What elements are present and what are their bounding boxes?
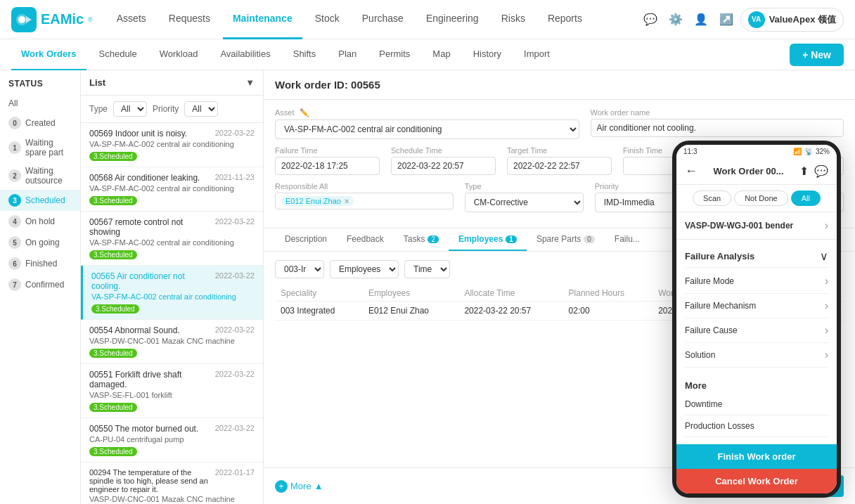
nav-stock[interactable]: Stock bbox=[305, 0, 349, 39]
filter-priority-select[interactable]: All bbox=[184, 101, 218, 117]
nav-purchase[interactable]: Purchase bbox=[352, 0, 413, 39]
list-item[interactable]: 00550 The motor burned out. 2022-03-22 C… bbox=[81, 418, 263, 463]
status-finished[interactable]: 6 Finished bbox=[0, 253, 80, 274]
nav-assets[interactable]: Assets bbox=[107, 0, 156, 39]
status-waiting-spare[interactable]: 1 Waiting spare part bbox=[0, 134, 80, 162]
mobile-tab-not-done[interactable]: Not Done bbox=[734, 190, 788, 206]
emp-time-select[interactable]: Time bbox=[404, 260, 450, 278]
mobile-back-button[interactable]: ← bbox=[685, 164, 698, 179]
mobile-solution-label: Solution bbox=[685, 350, 715, 360]
chat-icon[interactable]: 💬 bbox=[639, 8, 662, 31]
list-panel: List ▼ Type All Priority All 00569 Indoo… bbox=[81, 70, 264, 504]
wo-item-asset: VASP-SE-FL-001 forklift bbox=[89, 391, 255, 399]
tab-shifts[interactable]: Shifts bbox=[283, 39, 326, 70]
schedule-time-input[interactable] bbox=[391, 157, 496, 175]
asset-label: Asset ✏️ bbox=[275, 108, 579, 117]
responsible-input[interactable]: E012 Enui Zhao ✕ bbox=[275, 193, 454, 209]
status-all[interactable]: All bbox=[0, 94, 80, 112]
wo-item-badge: 3.Scheduled bbox=[91, 304, 139, 314]
mobile-section-collapse-icon[interactable]: ∨ bbox=[820, 250, 828, 263]
mobile-finish-button[interactable]: Finish Work order bbox=[676, 444, 837, 469]
mobile-production-losses-item[interactable]: Production Losses bbox=[685, 415, 828, 437]
tab-spare-parts[interactable]: Spare Parts0 bbox=[527, 228, 605, 251]
tab-workload[interactable]: Workload bbox=[150, 39, 208, 70]
list-item[interactable]: 00569 Indoor unit is noisy. 2022-03-22 V… bbox=[81, 123, 263, 167]
user-icon[interactable]: 👤 bbox=[690, 8, 712, 31]
more-button[interactable]: + More ▲ bbox=[275, 480, 323, 493]
valueapex-text: ValueApex 领值 bbox=[769, 13, 836, 26]
mobile-asset-row[interactable]: VASP-DW-WGJ-001 bender › bbox=[676, 212, 837, 240]
list-item[interactable]: 00567 remote control not showing 2022-03… bbox=[81, 212, 263, 266]
target-time-input[interactable] bbox=[507, 157, 612, 175]
status-created[interactable]: 0 Created bbox=[0, 112, 80, 134]
asset-select[interactable]: VA-SP-FM-AC-002 central air conditioning bbox=[275, 119, 579, 139]
nav-engineering[interactable]: Engineering bbox=[416, 0, 489, 39]
nav-reports[interactable]: Reports bbox=[538, 0, 592, 39]
filter-type-select[interactable]: All bbox=[113, 101, 147, 117]
emp-employee-select[interactable]: Employees bbox=[330, 260, 399, 278]
list-item[interactable]: 00554 Abnormal Sound. 2022-03-22 VASP-DW… bbox=[81, 320, 263, 364]
wo-item-asset: VA-SP-FM-AC-002 central air conditioning bbox=[89, 238, 255, 247]
tab-description[interactable]: Description bbox=[275, 228, 337, 251]
list-item[interactable]: 00568 Air conditioner leaking. 2021-11-2… bbox=[81, 167, 263, 212]
nav-risks[interactable]: Risks bbox=[491, 0, 535, 39]
valueapex-logo[interactable]: VA ValueApex 领值 bbox=[740, 8, 844, 32]
status-panel-header: Status bbox=[0, 79, 80, 94]
wo-item-badge: 3.Scheduled bbox=[89, 447, 137, 456]
tab-schedule[interactable]: Schedule bbox=[89, 39, 147, 70]
settings-icon[interactable]: ⚙️ bbox=[664, 8, 687, 31]
mobile-share-icon[interactable]: ⬆ bbox=[799, 164, 809, 178]
nav-maintenance[interactable]: Maintenance bbox=[223, 0, 302, 39]
status-on-hold-label: On hold bbox=[25, 217, 55, 226]
logo-icon bbox=[11, 7, 37, 32]
responsible-remove-icon[interactable]: ✕ bbox=[344, 198, 349, 205]
status-on-going[interactable]: 5 On going bbox=[0, 232, 80, 253]
tab-history[interactable]: History bbox=[463, 39, 511, 70]
mobile-failure-mechanism-label: Failure Mechanism bbox=[685, 301, 756, 311]
tab-employees[interactable]: Employees1 bbox=[449, 228, 527, 251]
list-item[interactable]: 00551 Forklift drive shaft damaged. 2022… bbox=[81, 364, 263, 418]
type-select[interactable]: CM-Corrective bbox=[465, 193, 584, 212]
tab-map[interactable]: Map bbox=[423, 39, 460, 70]
schedule-time-label: Schedule Time bbox=[391, 146, 496, 155]
asset-edit-icon[interactable]: ✏️ bbox=[300, 108, 309, 117]
nav-requests[interactable]: Requests bbox=[159, 0, 220, 39]
tab-feedback[interactable]: Feedback bbox=[337, 228, 394, 251]
mobile-downtime-item[interactable]: Downtime bbox=[685, 394, 828, 415]
work-order-name-input[interactable] bbox=[591, 119, 844, 137]
mobile-failure-mechanism[interactable]: Failure Mechanism › bbox=[685, 294, 828, 318]
mobile-tab-all[interactable]: All bbox=[791, 190, 821, 206]
mobile-solution[interactable]: Solution › bbox=[685, 343, 828, 368]
mobile-failure-cause[interactable]: Failure Cause › bbox=[685, 318, 828, 343]
new-button[interactable]: + New bbox=[790, 44, 844, 66]
tab-failure[interactable]: Failu... bbox=[605, 228, 650, 251]
logo[interactable]: EAMic® bbox=[11, 7, 93, 32]
status-scheduled[interactable]: 3 Scheduled bbox=[0, 190, 80, 211]
tab-import[interactable]: Import bbox=[514, 39, 560, 70]
tab-tasks[interactable]: Tasks2 bbox=[394, 228, 449, 251]
mobile-failure-mode[interactable]: Failure Mode › bbox=[685, 269, 828, 294]
wo-item-date: 2022-03-22 bbox=[215, 424, 255, 432]
switch-icon[interactable]: ↗️ bbox=[715, 8, 738, 31]
row-allocate-time: 2022-03-22 20:57 bbox=[458, 302, 562, 321]
tab-work-orders[interactable]: Work Orders bbox=[11, 39, 86, 70]
mobile-production-losses-label: Production Losses bbox=[685, 421, 754, 431]
wo-item-name: 00551 Forklift drive shaft damaged. bbox=[89, 370, 212, 389]
tab-availabilities[interactable]: Availabilities bbox=[210, 39, 280, 70]
status-scheduled-label: Scheduled bbox=[25, 195, 65, 205]
list-item[interactable]: 00294 The temperature of the spindle is … bbox=[81, 463, 263, 504]
emp-speciality-select[interactable]: 003-Ir bbox=[275, 260, 324, 278]
failure-time-input[interactable] bbox=[275, 157, 380, 175]
status-waiting-outsource[interactable]: 2 Waiting outsource bbox=[0, 162, 80, 190]
status-confirmed[interactable]: 7 Confirmed bbox=[0, 274, 80, 295]
wo-item-asset: VA-SP-FM-AC-002 central air conditioning bbox=[89, 140, 255, 148]
tab-permits[interactable]: Permits bbox=[369, 39, 420, 70]
filter-icon[interactable]: ▼ bbox=[245, 77, 255, 88]
sub-navigation: Work Orders Schedule Workload Availabili… bbox=[0, 39, 855, 70]
mobile-chat-icon[interactable]: 💬 bbox=[814, 164, 828, 178]
status-on-hold[interactable]: 4 On hold bbox=[0, 211, 80, 232]
mobile-tab-scan[interactable]: Scan bbox=[693, 190, 731, 206]
tab-plan[interactable]: Plan bbox=[328, 39, 366, 70]
list-item[interactable]: 00565 Air conditioner not cooling. 2022-… bbox=[81, 266, 263, 320]
mobile-cancel-button[interactable]: Cancel Work Order bbox=[676, 469, 837, 493]
